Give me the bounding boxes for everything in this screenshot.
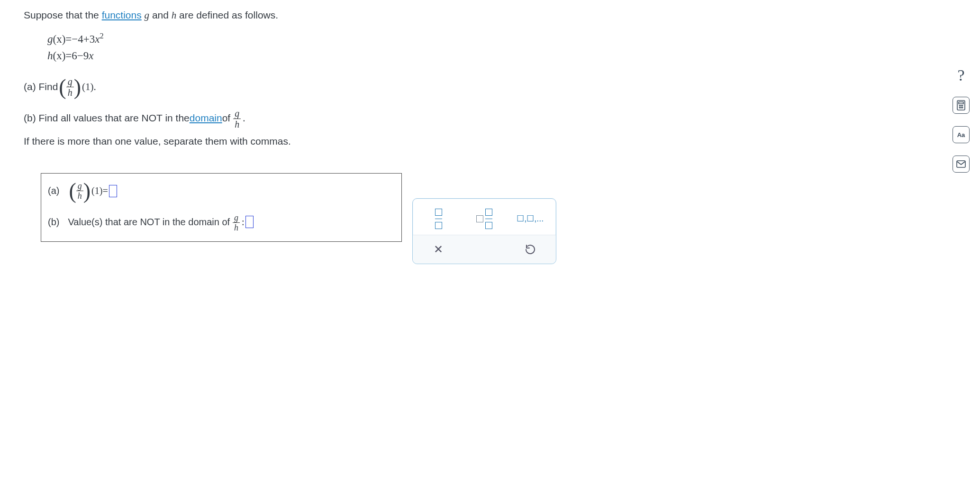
keypad-row-2: ✕ [413, 235, 556, 261]
left-paren-icon: ( [69, 181, 76, 201]
domain-link[interactable]: domain [190, 112, 222, 124]
part-a-label: (a) Find [24, 81, 58, 92]
svg-point-7 [962, 107, 963, 108]
intro-prefix: Suppose that the [24, 9, 102, 20]
right-rail: ? Aa [953, 66, 970, 173]
svg-point-2 [959, 105, 960, 106]
keypad-fraction-button[interactable] [416, 204, 462, 233]
definition-h: h(x)=6−9x [47, 47, 687, 64]
part-a-prompt: (a) Find ( g h ) (1). [24, 77, 687, 97]
svg-rect-1 [959, 102, 963, 104]
keypad-list-button[interactable]: ☐,☐,... [507, 204, 553, 233]
answer-row-b: (b) Value(s) that are NOT in the domain … [41, 208, 401, 241]
intro-g: g [145, 9, 150, 21]
question-area: Suppose that the functions g and h are d… [0, 0, 711, 261]
help-button[interactable]: ? [957, 66, 964, 84]
close-icon: ✕ [434, 243, 443, 256]
left-paren-icon: ( [59, 77, 66, 97]
calculator-icon [956, 100, 966, 110]
answer-box: (a) ( g h ) (1) = (b) Value(s) that are … [41, 173, 402, 242]
aa-icon: Aa [957, 131, 965, 138]
svg-point-3 [961, 105, 962, 106]
right-paren-icon: ) [83, 181, 91, 201]
intro-h: h [172, 9, 177, 21]
mail-icon [956, 160, 966, 168]
text-size-button[interactable]: Aa [953, 126, 970, 143]
part-a-arg: (1). [82, 81, 96, 93]
answer-b-text: Value(s) that are NOT in the domain of [68, 217, 230, 228]
keypad-row-1: ☐,☐,... [416, 204, 553, 233]
keypad-reset-button[interactable] [507, 235, 553, 261]
answer-a-label: (a) [48, 185, 59, 196]
keypad-clear-button[interactable]: ✕ [416, 235, 462, 261]
svg-point-5 [959, 107, 960, 108]
svg-point-6 [961, 107, 962, 108]
keypad-mixed-number-button[interactable] [462, 204, 508, 233]
mail-button[interactable] [953, 156, 970, 173]
intro-line: Suppose that the functions g and h are d… [24, 9, 687, 21]
svg-point-4 [962, 105, 963, 106]
part-b-prompt: (b) Find all values that are NOT in the … [24, 108, 687, 129]
functions-link[interactable]: functions [102, 9, 142, 20]
question-mark-icon: ? [957, 66, 964, 84]
answer-a-fraction: ( g h ) [69, 181, 91, 201]
keypad-spacer [462, 235, 508, 261]
right-paren-icon: ) [74, 77, 81, 97]
function-definitions: g(x)=−4+3x2 h(x)=6−9x [47, 30, 687, 64]
g-over-h-fraction: ( g h ) [59, 77, 81, 97]
calculator-button[interactable] [953, 97, 970, 114]
definition-g: g(x)=−4+3x2 [47, 30, 687, 47]
answer-b-input[interactable] [245, 216, 254, 228]
answer-a-input[interactable] [109, 185, 117, 197]
answer-b-label: (b) [48, 217, 59, 228]
undo-icon [525, 244, 536, 255]
part-b-note: If there is more than one value, separat… [24, 136, 687, 147]
part-b-pre: (b) Find all values that are NOT in the [24, 112, 190, 124]
math-keypad: ☐,☐,... ✕ [412, 198, 556, 261]
answer-row-a: (a) ( g h ) (1) = [41, 174, 401, 208]
